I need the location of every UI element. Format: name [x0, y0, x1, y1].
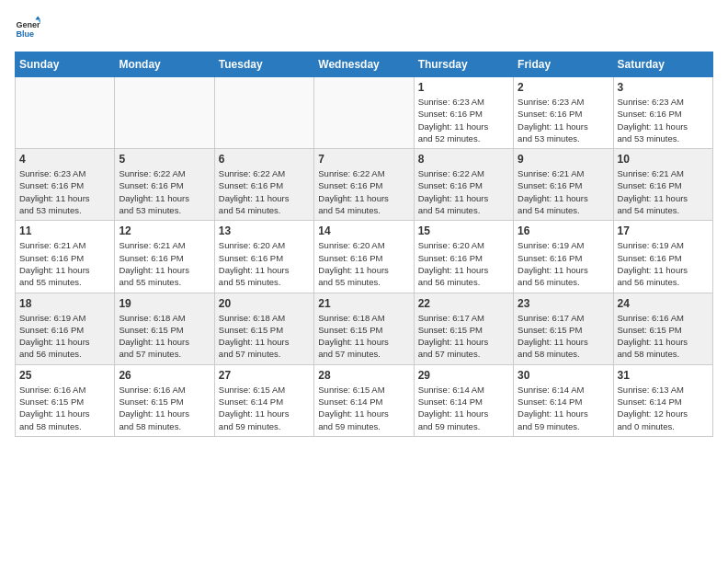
- calendar-cell: 5Sunrise: 6:22 AM Sunset: 6:16 PM Daylig…: [115, 149, 214, 221]
- day-info: Sunrise: 6:18 AM Sunset: 6:15 PM Dayligh…: [219, 312, 310, 361]
- calendar-cell: 25Sunrise: 6:16 AM Sunset: 6:15 PM Dayli…: [16, 364, 115, 436]
- day-number: 13: [219, 224, 310, 237]
- calendar-cell: 23Sunrise: 6:17 AM Sunset: 6:15 PM Dayli…: [514, 293, 613, 364]
- day-number: 15: [418, 224, 509, 237]
- calendar-table: SundayMondayTuesdayWednesdayThursdayFrid…: [15, 52, 713, 437]
- calendar-cell: 28Sunrise: 6:15 AM Sunset: 6:14 PM Dayli…: [314, 364, 414, 436]
- day-info: Sunrise: 6:15 AM Sunset: 6:14 PM Dayligh…: [318, 384, 409, 432]
- day-number: 25: [19, 369, 110, 382]
- calendar-cell: 30Sunrise: 6:14 AM Sunset: 6:14 PM Dayli…: [514, 364, 613, 436]
- svg-marker-2: [35, 16, 40, 19]
- day-number: 16: [518, 224, 609, 237]
- day-number: 1: [418, 81, 509, 94]
- calendar-cell: 21Sunrise: 6:18 AM Sunset: 6:15 PM Dayli…: [314, 293, 414, 364]
- day-number: 30: [518, 369, 609, 382]
- day-info: Sunrise: 6:21 AM Sunset: 6:16 PM Dayligh…: [19, 239, 110, 288]
- calendar-cell: 26Sunrise: 6:16 AM Sunset: 6:15 PM Dayli…: [115, 364, 214, 436]
- day-number: 11: [19, 224, 110, 237]
- day-info: Sunrise: 6:13 AM Sunset: 6:14 PM Dayligh…: [618, 384, 709, 432]
- calendar-cell: 4Sunrise: 6:23 AM Sunset: 6:16 PM Daylig…: [16, 149, 115, 221]
- header-tuesday: Tuesday: [214, 52, 313, 77]
- day-number: 31: [618, 369, 709, 382]
- day-number: 3: [618, 81, 709, 94]
- day-number: 10: [618, 153, 709, 166]
- day-info: Sunrise: 6:19 AM Sunset: 6:16 PM Dayligh…: [19, 312, 110, 361]
- calendar-cell: 15Sunrise: 6:20 AM Sunset: 6:16 PM Dayli…: [414, 221, 513, 293]
- day-number: 12: [119, 224, 210, 237]
- calendar-cell: [115, 77, 214, 149]
- day-info: Sunrise: 6:14 AM Sunset: 6:14 PM Dayligh…: [518, 384, 609, 432]
- day-number: 23: [518, 297, 609, 310]
- day-info: Sunrise: 6:21 AM Sunset: 6:16 PM Dayligh…: [119, 239, 210, 288]
- day-info: Sunrise: 6:18 AM Sunset: 6:15 PM Dayligh…: [119, 312, 210, 361]
- day-number: 27: [219, 369, 310, 382]
- calendar-cell: 27Sunrise: 6:15 AM Sunset: 6:14 PM Dayli…: [214, 364, 313, 436]
- header-row: SundayMondayTuesdayWednesdayThursdayFrid…: [16, 52, 713, 77]
- calendar-cell: 20Sunrise: 6:18 AM Sunset: 6:15 PM Dayli…: [214, 293, 313, 364]
- day-number: 19: [119, 297, 210, 310]
- calendar-cell: 8Sunrise: 6:22 AM Sunset: 6:16 PM Daylig…: [414, 149, 513, 221]
- day-number: 17: [618, 224, 709, 237]
- calendar-cell: 14Sunrise: 6:20 AM Sunset: 6:16 PM Dayli…: [314, 221, 414, 293]
- calendar-row: 18Sunrise: 6:19 AM Sunset: 6:16 PM Dayli…: [16, 293, 713, 364]
- calendar-cell: 29Sunrise: 6:14 AM Sunset: 6:14 PM Dayli…: [414, 364, 513, 436]
- header-thursday: Thursday: [414, 52, 513, 77]
- day-number: 5: [119, 153, 210, 166]
- day-info: Sunrise: 6:16 AM Sunset: 6:15 PM Dayligh…: [119, 384, 210, 432]
- calendar-cell: 13Sunrise: 6:20 AM Sunset: 6:16 PM Dayli…: [214, 221, 313, 293]
- day-number: 8: [418, 153, 509, 166]
- calendar-cell: 7Sunrise: 6:22 AM Sunset: 6:16 PM Daylig…: [314, 149, 414, 221]
- calendar-row: 25Sunrise: 6:16 AM Sunset: 6:15 PM Dayli…: [16, 364, 713, 436]
- calendar-cell: 31Sunrise: 6:13 AM Sunset: 6:14 PM Dayli…: [613, 364, 712, 436]
- day-info: Sunrise: 6:16 AM Sunset: 6:15 PM Dayligh…: [19, 384, 110, 432]
- day-number: 4: [19, 153, 110, 166]
- day-info: Sunrise: 6:23 AM Sunset: 6:16 PM Dayligh…: [19, 167, 110, 216]
- calendar-cell: 19Sunrise: 6:18 AM Sunset: 6:15 PM Dayli…: [115, 293, 214, 364]
- day-info: Sunrise: 6:19 AM Sunset: 6:16 PM Dayligh…: [618, 239, 709, 288]
- day-info: Sunrise: 6:17 AM Sunset: 6:15 PM Dayligh…: [418, 312, 509, 361]
- calendar-cell: 22Sunrise: 6:17 AM Sunset: 6:15 PM Dayli…: [414, 293, 513, 364]
- day-info: Sunrise: 6:17 AM Sunset: 6:15 PM Dayligh…: [518, 312, 609, 361]
- day-info: Sunrise: 6:22 AM Sunset: 6:16 PM Dayligh…: [318, 167, 409, 216]
- day-number: 18: [19, 297, 110, 310]
- day-info: Sunrise: 6:20 AM Sunset: 6:16 PM Dayligh…: [219, 239, 310, 288]
- calendar-cell: [314, 77, 414, 149]
- day-info: Sunrise: 6:18 AM Sunset: 6:15 PM Dayligh…: [318, 312, 409, 361]
- svg-text:Blue: Blue: [16, 29, 34, 39]
- day-number: 21: [318, 297, 409, 310]
- day-info: Sunrise: 6:22 AM Sunset: 6:16 PM Dayligh…: [418, 167, 509, 216]
- day-number: 6: [219, 153, 310, 166]
- calendar-row: 11Sunrise: 6:21 AM Sunset: 6:16 PM Dayli…: [16, 221, 713, 293]
- day-info: Sunrise: 6:23 AM Sunset: 6:16 PM Dayligh…: [418, 96, 509, 144]
- calendar-cell: 17Sunrise: 6:19 AM Sunset: 6:16 PM Dayli…: [613, 221, 712, 293]
- day-number: 20: [219, 297, 310, 310]
- day-number: 26: [119, 369, 210, 382]
- calendar-cell: 18Sunrise: 6:19 AM Sunset: 6:16 PM Dayli…: [16, 293, 115, 364]
- day-info: Sunrise: 6:23 AM Sunset: 6:16 PM Dayligh…: [618, 96, 709, 144]
- day-info: Sunrise: 6:22 AM Sunset: 6:16 PM Dayligh…: [119, 167, 210, 216]
- day-info: Sunrise: 6:20 AM Sunset: 6:16 PM Dayligh…: [418, 239, 509, 288]
- day-number: 24: [618, 297, 709, 310]
- calendar-cell: 3Sunrise: 6:23 AM Sunset: 6:16 PM Daylig…: [613, 77, 712, 149]
- calendar-cell: [16, 77, 115, 149]
- header-saturday: Saturday: [613, 52, 712, 77]
- logo: General Blue: [15, 15, 40, 40]
- day-number: 2: [518, 81, 609, 94]
- logo-icon: General Blue: [15, 15, 40, 40]
- calendar-cell: [214, 77, 313, 149]
- calendar-cell: 16Sunrise: 6:19 AM Sunset: 6:16 PM Dayli…: [514, 221, 613, 293]
- calendar-cell: 24Sunrise: 6:16 AM Sunset: 6:15 PM Dayli…: [613, 293, 712, 364]
- day-number: 29: [418, 369, 509, 382]
- calendar-cell: 11Sunrise: 6:21 AM Sunset: 6:16 PM Dayli…: [16, 221, 115, 293]
- day-number: 22: [418, 297, 509, 310]
- header-friday: Friday: [514, 52, 613, 77]
- calendar-cell: 2Sunrise: 6:23 AM Sunset: 6:16 PM Daylig…: [514, 77, 613, 149]
- calendar-row: 4Sunrise: 6:23 AM Sunset: 6:16 PM Daylig…: [16, 149, 713, 221]
- day-info: Sunrise: 6:16 AM Sunset: 6:15 PM Dayligh…: [618, 312, 709, 361]
- calendar-cell: 12Sunrise: 6:21 AM Sunset: 6:16 PM Dayli…: [115, 221, 214, 293]
- calendar-cell: 10Sunrise: 6:21 AM Sunset: 6:16 PM Dayli…: [613, 149, 712, 221]
- day-info: Sunrise: 6:19 AM Sunset: 6:16 PM Dayligh…: [518, 239, 609, 288]
- page-header: General Blue: [15, 15, 713, 40]
- day-info: Sunrise: 6:15 AM Sunset: 6:14 PM Dayligh…: [219, 384, 310, 432]
- svg-text:General: General: [16, 20, 40, 29]
